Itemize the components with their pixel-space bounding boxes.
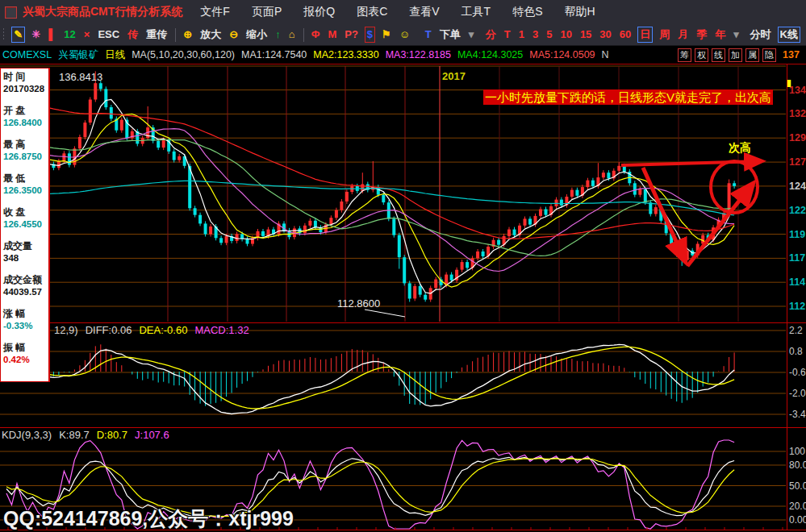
period-month[interactable]: 月 bbox=[676, 27, 690, 42]
annotation-note: 一小时先放量下跌的话，日线形态V就走完了，出次高 bbox=[483, 89, 773, 105]
info-value: 126.4550 bbox=[3, 218, 47, 230]
menu-帮助H[interactable]: 帮助H bbox=[565, 5, 595, 19]
info-value: 0.42% bbox=[3, 354, 47, 365]
phi-icon[interactable]: Φ bbox=[310, 27, 322, 42]
order-dropdown-icon[interactable]: ▾ bbox=[467, 27, 476, 42]
chart-header-item-6: MA3:122.8185 bbox=[386, 49, 451, 60]
svg-text:20.0: 20.0 bbox=[789, 501, 806, 512]
count-label[interactable]: 12 bbox=[62, 27, 77, 42]
sparkle-icon[interactable]: ✳ bbox=[30, 27, 42, 42]
upload-button[interactable]: 传 bbox=[126, 27, 140, 42]
svg-text:129: 129 bbox=[789, 132, 806, 143]
info-label: 收 盘 bbox=[3, 206, 47, 218]
period-15[interactable]: 15 bbox=[578, 27, 593, 42]
svg-text:-0.6: -0.6 bbox=[789, 367, 806, 378]
period-quarter[interactable]: 季 bbox=[695, 27, 708, 42]
header-button-隐[interactable]: 隐 bbox=[762, 48, 776, 62]
svg-text:0.8: 0.8 bbox=[789, 346, 803, 357]
macd-header-part-2: DEA:-0.60 bbox=[139, 324, 187, 336]
menu-查看V[interactable]: 查看V bbox=[409, 5, 439, 19]
close-icon[interactable]: × bbox=[82, 27, 92, 42]
chart-header: COMEXSL兴蜀银矿日线MA(5,10,20,30,60,120)MA1:12… bbox=[0, 46, 806, 64]
menu-特色S[interactable]: 特色S bbox=[512, 5, 542, 19]
esc-button[interactable]: ESC bbox=[96, 27, 121, 42]
kdj-header-part-0: KDJ(9,3,3) bbox=[2, 429, 52, 441]
period-day[interactable]: 日 bbox=[637, 27, 653, 43]
menu-工具T[interactable]: 工具T bbox=[461, 5, 491, 19]
chart-header-item-4: MA1:124.7540 bbox=[241, 49, 307, 60]
svg-text:122: 122 bbox=[789, 205, 806, 216]
chart-header-buttons: 筹权线加属隐 bbox=[678, 48, 776, 62]
period-60[interactable]: 60 bbox=[618, 27, 633, 42]
chart-header-item-1: 兴蜀银矿 bbox=[58, 48, 98, 62]
kdj-header: KDJ(9,3,3)K:89.7D:80.7J:107.6 bbox=[2, 429, 169, 441]
chart-header-item-3: MA(5,10,20,30,60,120) bbox=[132, 49, 235, 60]
draw-tool-icon[interactable]: ✎ bbox=[11, 27, 25, 43]
info-label: 最 高 bbox=[3, 139, 47, 151]
up-arrow-icon[interactable]: ↑ bbox=[274, 27, 282, 42]
home-icon[interactable]: ⌂ bbox=[287, 27, 297, 42]
retransmit-button[interactable]: 重传 bbox=[144, 27, 169, 42]
period-5[interactable]: 5 bbox=[545, 27, 553, 42]
zoom-out-button[interactable]: 缩小 bbox=[244, 27, 269, 42]
info-value: 126.8400 bbox=[3, 117, 47, 128]
bell-icon[interactable]: ⚑ bbox=[380, 27, 393, 42]
info-value: 126.3500 bbox=[3, 185, 47, 196]
info-label: 成交量 bbox=[3, 240, 47, 252]
period-dropdown-icon[interactable]: ▾ bbox=[732, 27, 741, 42]
svg-text:136.8413: 136.8413 bbox=[59, 71, 102, 83]
zoom-out-icon[interactable]: ⊖ bbox=[228, 27, 240, 42]
period-t[interactable]: T bbox=[503, 27, 512, 42]
svg-text:114: 114 bbox=[789, 276, 805, 288]
menu-页面P[interactable]: 页面P bbox=[252, 5, 282, 19]
svg-text:-2.0: -2.0 bbox=[789, 388, 806, 399]
binoculars-icon[interactable]: M bbox=[326, 27, 338, 42]
info-value: 348 bbox=[3, 252, 47, 264]
kdj-header-part-2: D:80.7 bbox=[97, 429, 127, 441]
chart-header-item-5: MA2:123.3330 bbox=[313, 49, 378, 60]
smiley-icon[interactable]: ☺ bbox=[398, 27, 411, 42]
header-button-线[interactable]: 线 bbox=[712, 48, 725, 62]
period-fen[interactable]: 分 bbox=[484, 27, 498, 42]
svg-text:2.2: 2.2 bbox=[789, 325, 803, 336]
svg-text:0.00: 0.00 bbox=[789, 514, 806, 526]
toolbar-grip[interactable] bbox=[3, 28, 4, 41]
svg-text:次高: 次高 bbox=[729, 141, 751, 154]
header-button-加[interactable]: 加 bbox=[729, 48, 742, 62]
t-order-icon[interactable]: T bbox=[424, 27, 433, 42]
menu-报价Q[interactable]: 报价Q bbox=[303, 5, 335, 19]
price-axis-top-label: 137 bbox=[783, 49, 804, 60]
info-label: 涨 幅 bbox=[3, 308, 47, 320]
period-week[interactable]: 周 bbox=[658, 27, 671, 42]
svg-text:119: 119 bbox=[789, 229, 805, 240]
menu-bar: 文件F页面P报价Q图表C查看V工具T特色S帮助H bbox=[200, 5, 595, 19]
period-3[interactable]: 3 bbox=[531, 27, 540, 42]
info-label: 振 幅 bbox=[3, 342, 47, 354]
period-year[interactable]: 年 bbox=[713, 27, 727, 42]
zoom-in-icon[interactable]: ⊕ bbox=[182, 27, 194, 42]
dollar-icon[interactable]: $ bbox=[365, 27, 375, 43]
candle-icon[interactable]: ▌ bbox=[47, 27, 57, 42]
header-button-筹[interactable]: 筹 bbox=[678, 48, 691, 62]
place-order-button[interactable]: 下单 bbox=[438, 27, 462, 42]
period-30[interactable]: 30 bbox=[598, 27, 612, 42]
help-icon[interactable]: P? bbox=[343, 27, 360, 42]
period-10[interactable]: 10 bbox=[558, 27, 573, 42]
info-value: 20170328 bbox=[3, 83, 47, 94]
menu-图表C[interactable]: 图表C bbox=[357, 5, 387, 19]
period-1[interactable]: 1 bbox=[517, 27, 526, 42]
svg-text:-3.4: -3.4 bbox=[789, 409, 806, 420]
header-button-权[interactable]: 权 bbox=[695, 48, 708, 62]
chart-header-item-2: 日线 bbox=[105, 48, 125, 62]
zoom-in-button[interactable]: 放大 bbox=[198, 27, 223, 42]
chart-canvas[interactable]: 136.8413112.86002017次高134132129127124122… bbox=[0, 64, 806, 532]
header-button-属[interactable]: 属 bbox=[745, 48, 759, 62]
quote-info-panel: 时 间20170328开 盘126.8400最 高126.8750最 低126.… bbox=[0, 68, 50, 382]
menu-文件F[interactable]: 文件F bbox=[200, 5, 230, 19]
minute-chart-button[interactable]: 分时 bbox=[749, 27, 773, 42]
toolbar: ✎✳▌12×ESC传重传⊕放大⊖缩小↑⌂ΦMP?$⚑☺T下单▾分T1351015… bbox=[0, 24, 806, 46]
info-value: -0.33% bbox=[3, 320, 47, 331]
chart-header-item-7: MA4:124.3025 bbox=[457, 49, 523, 60]
kline-chart-button[interactable]: K线 bbox=[778, 27, 800, 43]
svg-text:112.8600: 112.8600 bbox=[337, 297, 380, 310]
